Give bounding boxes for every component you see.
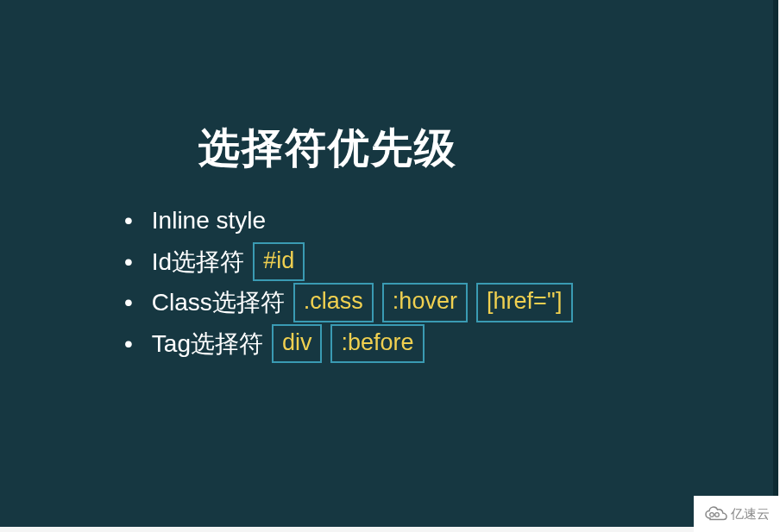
list-item: Tag选择符 div :before xyxy=(121,323,773,365)
list-item: Inline style xyxy=(121,200,773,241)
item-label: Id选择符 xyxy=(152,241,244,283)
watermark: 亿速云 xyxy=(694,496,780,532)
slide-container: 选择符优先级 Inline style Id选择符 #id Class选择符 .… xyxy=(0,0,773,527)
list-item: Class选择符 .class :hover [href=''] xyxy=(121,282,773,323)
slide-title: 选择符优先级 xyxy=(198,121,773,176)
code-badge: [href=''] xyxy=(476,283,573,322)
item-label: Class选择符 xyxy=(152,282,285,323)
item-label: Tag选择符 xyxy=(152,323,263,365)
code-badge: :hover xyxy=(382,283,468,322)
cloud-icon xyxy=(705,506,727,522)
svg-point-1 xyxy=(714,513,719,517)
code-badge: #id xyxy=(253,242,305,281)
item-label: Inline style xyxy=(152,200,266,241)
code-badge: :before xyxy=(330,324,424,363)
watermark-text: 亿速云 xyxy=(731,506,770,523)
svg-point-0 xyxy=(709,513,714,517)
code-badge: .class xyxy=(293,283,374,322)
slide-edge xyxy=(773,0,778,527)
code-badge: div xyxy=(272,324,323,363)
priority-list: Inline style Id选择符 #id Class选择符 .class :… xyxy=(121,200,773,364)
list-item: Id选择符 #id xyxy=(121,241,773,283)
